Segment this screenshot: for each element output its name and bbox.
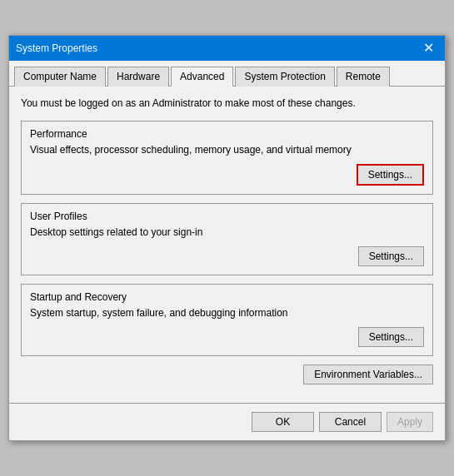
section-user-profiles-description: Desktop settings related to your sign-in (30, 226, 424, 240)
tab-hardware[interactable]: Hardware (107, 67, 169, 87)
ok-button[interactable]: OK (252, 412, 314, 432)
content-area: You must be logged on as an Administrato… (9, 87, 445, 402)
env-variables-row: Environment Variables... (21, 364, 433, 384)
section-performance-button-row: Settings... (30, 164, 424, 186)
tab-bar: Computer NameHardwareAdvancedSystem Prot… (9, 61, 445, 87)
admin-notice: You must be logged on as an Administrato… (21, 97, 433, 111)
tab-advanced[interactable]: Advanced (171, 67, 233, 87)
title-bar: System Properties ✕ (9, 36, 445, 61)
environment-variables-button[interactable]: Environment Variables... (303, 364, 433, 384)
section-startup-recovery-settings-button[interactable]: Settings... (358, 327, 424, 347)
section-performance-label: Performance (30, 128, 424, 140)
window-title: System Properties (16, 42, 97, 54)
section-startup-recovery: Startup and RecoverySystem startup, syst… (21, 284, 433, 356)
tab-system-protection[interactable]: System Protection (235, 67, 334, 87)
system-properties-window: System Properties ✕ Computer NameHardwar… (8, 35, 446, 440)
sections-container: PerformanceVisual effects, processor sch… (21, 121, 433, 355)
section-startup-recovery-description: System startup, system failure, and debu… (30, 306, 424, 320)
section-performance-settings-button[interactable]: Settings... (357, 164, 424, 186)
close-button[interactable]: ✕ (418, 38, 438, 58)
bottom-bar: OK Cancel Apply (9, 403, 445, 440)
section-performance: PerformanceVisual effects, processor sch… (21, 121, 433, 195)
section-startup-recovery-label: Startup and Recovery (30, 291, 424, 303)
tab-computer-name[interactable]: Computer Name (14, 67, 106, 87)
section-performance-description: Visual effects, processor scheduling, me… (30, 143, 424, 157)
section-user-profiles-label: User Profiles (30, 211, 424, 222)
cancel-button[interactable]: Cancel (319, 412, 382, 432)
section-startup-recovery-button-row: Settings... (30, 327, 424, 347)
section-user-profiles: User ProfilesDesktop settings related to… (21, 203, 433, 275)
tab-remote[interactable]: Remote (337, 67, 390, 87)
section-user-profiles-button-row: Settings... (30, 246, 424, 266)
apply-button[interactable]: Apply (387, 412, 433, 432)
section-user-profiles-settings-button[interactable]: Settings... (358, 246, 424, 266)
